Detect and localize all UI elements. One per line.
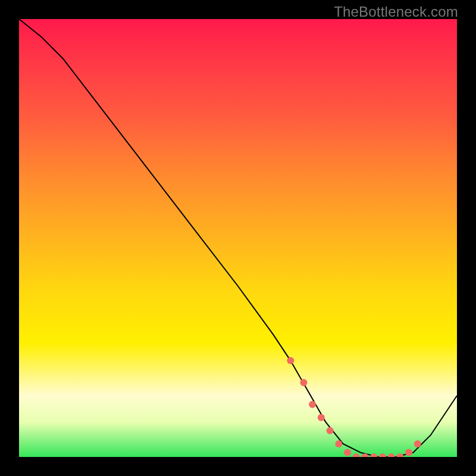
data-marker xyxy=(287,357,294,364)
data-marker xyxy=(388,453,395,457)
data-marker xyxy=(335,440,342,447)
curve-line xyxy=(19,19,457,457)
data-marker xyxy=(300,379,307,386)
watermark-text: TheBottleneck.com xyxy=(334,4,458,20)
data-marker xyxy=(344,449,351,456)
data-marker xyxy=(309,401,316,408)
data-marker xyxy=(405,449,412,456)
data-marker xyxy=(370,453,377,457)
data-marker xyxy=(414,440,421,447)
data-marker xyxy=(396,453,403,457)
marker-group xyxy=(287,357,421,457)
chart-frame: TheBottleneck.com xyxy=(0,0,476,476)
plot-area xyxy=(19,19,457,457)
data-marker xyxy=(318,414,325,421)
data-marker xyxy=(353,453,360,457)
data-marker xyxy=(327,427,334,434)
data-marker xyxy=(379,453,386,457)
chart-svg xyxy=(19,19,457,457)
